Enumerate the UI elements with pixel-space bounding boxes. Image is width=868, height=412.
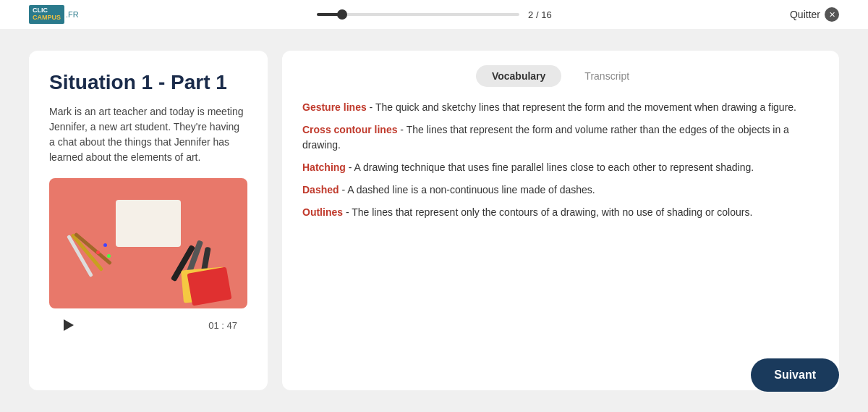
vocab-item: Hatching - A drawing technique that uses… [302, 160, 819, 175]
vocab-item: Cross contour lines - The lines that rep… [302, 122, 819, 153]
play-icon [64, 319, 74, 331]
bottom-area: Suivant [751, 358, 839, 392]
pin-shape-2 [103, 243, 107, 247]
video-thumbnail [49, 178, 247, 308]
vocabulary-list: Gesture lines - The quick and sketchy li… [302, 100, 819, 220]
logo-suffix: .FR [66, 10, 79, 19]
video-controls: 01 : 47 [49, 308, 247, 342]
art-supplies-image [49, 178, 247, 308]
paper-shape [116, 200, 181, 247]
vocab-item: Dashed - A dashed line is a non-continuo… [302, 182, 819, 198]
play-button[interactable] [59, 316, 78, 335]
progress-bar [317, 13, 519, 16]
vocab-item: Gesture lines - The quick and sketchy li… [302, 100, 819, 115]
situation-description: Mark is an art teacher and today is meet… [49, 104, 247, 165]
pin-shape-3 [107, 254, 111, 258]
right-card: Vocabulary Transcript Gesture lines - Th… [282, 51, 839, 390]
situation-title: Situation 1 - Part 1 [49, 71, 247, 94]
tab-transcript[interactable]: Transcript [569, 65, 645, 87]
vocab-term: Hatching [302, 161, 346, 173]
notebook-shape-2 [187, 267, 232, 306]
header: CLICCAMPUS .FR 2 / 16 Quitter ✕ [0, 0, 868, 29]
main-content: Situation 1 - Part 1 Mark is an art teac… [0, 29, 868, 412]
close-icon[interactable]: ✕ [825, 7, 839, 22]
tab-vocabulary[interactable]: Vocabulary [476, 65, 561, 87]
logo-box: CLICCAMPUS [29, 5, 64, 24]
progress-label: 2 / 16 [528, 9, 552, 20]
quit-button[interactable]: Quitter ✕ [790, 7, 839, 22]
quit-label: Quitter [790, 9, 820, 20]
vocab-term: Dashed [302, 184, 339, 196]
progress-fill [317, 13, 342, 16]
logo: CLICCAMPUS .FR [29, 5, 79, 24]
suivant-button[interactable]: Suivant [751, 358, 839, 392]
vocab-term: Gesture lines [302, 101, 367, 113]
pin-shape-1 [96, 251, 100, 254]
progress-area: 2 / 16 [79, 9, 790, 20]
vocab-item: Outlines - The lines that represent only… [302, 205, 819, 220]
vocab-term: Cross contour lines [302, 124, 397, 135]
tab-bar: Vocabulary Transcript [302, 65, 819, 87]
left-card: Situation 1 - Part 1 Mark is an art teac… [29, 51, 268, 390]
video-time: 01 : 47 [208, 320, 237, 331]
vocab-term: Outlines [302, 206, 343, 218]
